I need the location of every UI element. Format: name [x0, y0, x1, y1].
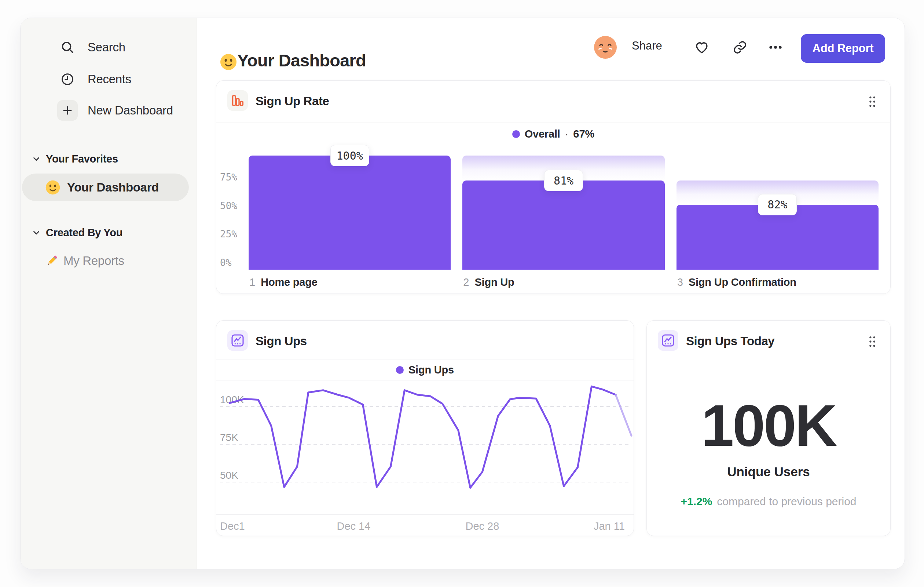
- drag-handle-icon[interactable]: [867, 95, 878, 108]
- plus-icon: [57, 100, 78, 121]
- line-legend: Sign Ups: [216, 360, 634, 380]
- line-x-label: Dec1: [220, 520, 245, 532]
- section-label: Your Favorites: [46, 153, 118, 165]
- smiley-emoji: [45, 180, 61, 195]
- chevron-down-icon: [31, 154, 41, 164]
- drag-handle-icon[interactable]: [867, 335, 878, 348]
- funnel-value-tooltip: 100%: [330, 145, 369, 166]
- funnel-value-tooltip: 81%: [544, 170, 583, 191]
- link-icon: [733, 40, 747, 55]
- clock-icon: [57, 69, 78, 89]
- dashboard-page: Search Recents New Dashboard Your Favori…: [0, 0, 924, 587]
- stat-delta-row: +1.2% compared to previous period: [647, 495, 890, 508]
- app-window: Search Recents New Dashboard Your Favori…: [20, 18, 905, 569]
- card-title: Sign Ups Today: [686, 334, 774, 348]
- line-x-label: Dec 28: [465, 520, 499, 532]
- signups-line-faded-tail: [615, 395, 631, 435]
- legend-dot: [512, 130, 520, 138]
- search-icon: [57, 37, 78, 58]
- stat-delta-note: compared to previous period: [717, 495, 856, 508]
- chevron-down-icon: [31, 228, 41, 237]
- line-chart-icon: [227, 330, 248, 351]
- signups-line: [229, 386, 615, 488]
- stat-delta: +1.2%: [681, 495, 712, 508]
- page-title-emoji: [219, 53, 237, 71]
- funnel-axis-label: 0%: [220, 257, 231, 268]
- funnel-bar: [462, 180, 664, 270]
- funnel-y-axis: 75%50%25%0%: [220, 155, 243, 270]
- heart-icon: [694, 40, 710, 55]
- signups-line-svg: [229, 380, 631, 514]
- funnel-columns: 100%1Home page81%2Sign Up82%3Sign Up Con…: [249, 155, 879, 270]
- copy-link-button[interactable]: [731, 39, 748, 56]
- funnel-step-column[interactable]: 81%2Sign Up: [462, 155, 664, 270]
- sidebar-item-label: New Dashboard: [87, 103, 173, 117]
- line-x-label: Jan 11: [594, 520, 625, 532]
- signups-x-axis: Dec1Dec 14Dec 28Jan 11: [216, 514, 634, 536]
- funnel-bar: [249, 155, 450, 270]
- funnel-legend: Overall · 67%: [216, 122, 890, 145]
- sidebar-item-your-dashboard[interactable]: Your Dashboard: [22, 174, 189, 201]
- favorite-button[interactable]: [693, 39, 710, 56]
- line-x-label: Dec 14: [337, 520, 370, 532]
- legend-label: Sign Ups: [408, 364, 454, 376]
- ellipsis-icon: [767, 39, 784, 55]
- share-button[interactable]: Share: [632, 39, 662, 53]
- sidebar: Search Recents New Dashboard Your Favori…: [21, 18, 196, 569]
- more-options-button[interactable]: [767, 39, 784, 56]
- sidebar-item-label: Recents: [87, 72, 131, 86]
- sidebar-section-your-favorites[interactable]: Your Favorites: [21, 149, 196, 169]
- sidebar-item-label: Search: [87, 40, 125, 54]
- legend-separator: ·: [565, 128, 569, 140]
- funnel-category-label: 3Sign Up Confirmation: [677, 276, 796, 288]
- funnel-axis-label: 50%: [220, 200, 237, 211]
- sidebar-item-my-reports[interactable]: My Reports: [21, 251, 196, 271]
- section-label: Created By You: [46, 227, 122, 239]
- page-title: Your Dashboard: [237, 50, 366, 70]
- signups-today-card: Sign Ups Today 100K Unique Users +1.2% c…: [647, 320, 891, 536]
- signup-rate-card: Sign Up Rate Overall · 67% 75%50%25%0% 1…: [216, 80, 891, 294]
- card-title: Sign Ups: [256, 334, 307, 348]
- pencil-emoji: [45, 253, 59, 268]
- sidebar-item-search[interactable]: Search: [21, 37, 196, 58]
- line-chart-icon: [658, 330, 678, 351]
- sidebar-item-recents[interactable]: Recents: [21, 69, 196, 89]
- sidebar-item-label: My Reports: [63, 254, 124, 268]
- card-title: Sign Up Rate: [256, 94, 329, 108]
- funnel-category-label: 2Sign Up: [463, 276, 514, 288]
- funnel-step-column[interactable]: 100%1Home page: [249, 155, 450, 270]
- funnel-step-column[interactable]: 82%3Sign Up Confirmation: [676, 155, 879, 270]
- funnel-axis-label: 25%: [220, 228, 237, 240]
- legend-value: 67%: [573, 128, 594, 140]
- legend-dot: [396, 366, 404, 374]
- sidebar-item-label: Your Dashboard: [67, 180, 159, 194]
- add-report-button[interactable]: Add Report: [801, 34, 885, 63]
- signups-card: Sign Ups Sign Ups 100K75K50K Dec1Dec 14D…: [216, 320, 634, 536]
- legend-label: Overall: [525, 128, 560, 140]
- funnel-value-tooltip: 82%: [758, 194, 797, 215]
- stat-value: 100K: [647, 396, 890, 455]
- sidebar-section-created-by-you[interactable]: Created By You: [21, 222, 196, 243]
- signups-plot: 100K75K50K: [216, 380, 634, 514]
- funnel-axis-label: 75%: [220, 172, 237, 183]
- bar-chart-icon: [227, 90, 248, 111]
- funnel-category-label: 1Home page: [249, 276, 318, 288]
- stat-label: Unique Users: [647, 465, 890, 479]
- avatar[interactable]: [594, 36, 617, 59]
- sidebar-item-new-dashboard[interactable]: New Dashboard: [21, 100, 196, 121]
